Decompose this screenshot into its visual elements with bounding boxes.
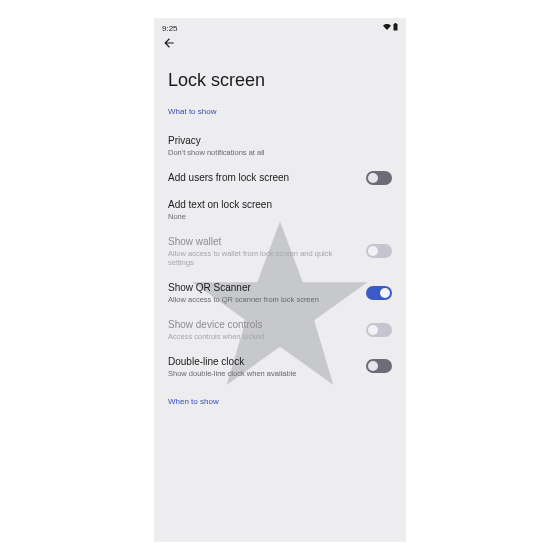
- svg-rect-1: [394, 24, 398, 31]
- toggle-add-users[interactable]: [366, 171, 392, 185]
- section-when-to-show[interactable]: When to show: [154, 385, 406, 418]
- item-title: Show wallet: [168, 235, 358, 248]
- item-privacy[interactable]: Privacy Don't show notifications at all: [154, 128, 406, 165]
- toggle-show-wallet: [366, 244, 392, 258]
- arrow-back-icon: [162, 36, 176, 50]
- settings-screen: 9:25 Lock screen What to show Privacy Do…: [154, 18, 406, 542]
- page-title: Lock screen: [154, 52, 406, 107]
- back-button[interactable]: [154, 34, 406, 52]
- svg-rect-2: [395, 23, 397, 24]
- item-title: Add text on lock screen: [168, 198, 392, 211]
- status-bar: 9:25: [154, 18, 406, 34]
- item-title: Privacy: [168, 134, 392, 147]
- item-title: Double-line clock: [168, 355, 358, 368]
- item-subtitle: Access controls when locked: [168, 332, 358, 342]
- item-subtitle: Allow access to QR scanner from lock scr…: [168, 295, 358, 305]
- item-double-line-clock[interactable]: Double-line clock Show double-line clock…: [154, 349, 406, 386]
- item-show-wallet: Show wallet Allow access to wallet from …: [154, 229, 406, 276]
- item-add-text[interactable]: Add text on lock screen None: [154, 192, 406, 229]
- toggle-device-controls: [366, 323, 392, 337]
- wifi-icon: [383, 23, 391, 33]
- item-subtitle: Show double-line clock when available: [168, 369, 358, 379]
- toggle-show-qr[interactable]: [366, 286, 392, 300]
- item-subtitle: None: [168, 212, 392, 222]
- section-what-to-show[interactable]: What to show: [154, 107, 406, 128]
- status-time: 9:25: [162, 24, 178, 33]
- item-subtitle: Don't show notifications at all: [168, 148, 392, 158]
- battery-icon: [393, 23, 398, 33]
- item-subtitle: Allow access to wallet from lock screen …: [168, 249, 358, 269]
- item-title: Add users from lock screen: [168, 171, 358, 184]
- item-title: Show device controls: [168, 318, 358, 331]
- item-title: Show QR Scanner: [168, 281, 358, 294]
- item-add-users[interactable]: Add users from lock screen: [154, 165, 406, 192]
- toggle-double-line-clock[interactable]: [366, 359, 392, 373]
- item-device-controls: Show device controls Access controls whe…: [154, 312, 406, 349]
- item-show-qr[interactable]: Show QR Scanner Allow access to QR scann…: [154, 275, 406, 312]
